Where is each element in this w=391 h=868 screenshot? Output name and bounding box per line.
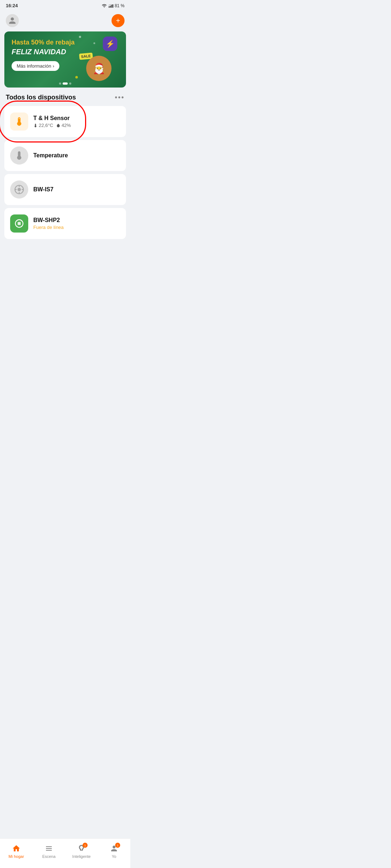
more-options-icon[interactable]: ••• bbox=[115, 93, 125, 102]
bw-is7-icon bbox=[10, 180, 28, 199]
device-card-th-sensor[interactable]: T & H Sensor 22,6°C 42% bbox=[4, 106, 126, 137]
status-time: 16:24 bbox=[6, 3, 18, 8]
status-icons: 81 % bbox=[95, 3, 125, 8]
device-card-bw-shp2[interactable]: BW-SHP2 Fuera de línea bbox=[4, 208, 126, 239]
th-sensor-info: T & H Sensor 22,6°C 42% bbox=[33, 115, 120, 128]
svg-point-5 bbox=[17, 188, 21, 191]
battery-level: 81 % bbox=[115, 3, 125, 8]
device-card-temperature[interactable]: Temperature bbox=[4, 140, 126, 171]
bw-shp2-info: BW-SHP2 Fuera de línea bbox=[33, 217, 120, 230]
banner-more-info-button[interactable]: Más información › bbox=[12, 61, 59, 71]
svg-rect-0 bbox=[109, 6, 109, 8]
bw-is7-info: BW-IS7 bbox=[33, 186, 120, 193]
svg-rect-2 bbox=[111, 5, 112, 8]
device-card-bw-is7[interactable]: BW-IS7 bbox=[4, 174, 126, 205]
bluetooth-icon bbox=[95, 3, 100, 8]
svg-rect-1 bbox=[110, 5, 110, 8]
svg-rect-3 bbox=[112, 4, 113, 7]
devices-header: Todos los dispositivos ••• bbox=[4, 93, 126, 102]
devices-title: Todos los dispositivos bbox=[6, 94, 76, 101]
signal-icon bbox=[108, 3, 113, 8]
thermometer-icon bbox=[10, 112, 28, 131]
th-sensor-name: T & H Sensor bbox=[33, 115, 120, 122]
dot3 bbox=[69, 82, 71, 85]
bw-shp2-status: Fuera de línea bbox=[33, 225, 120, 230]
top-bar: + bbox=[0, 11, 130, 31]
lightning-icon: ⚡ bbox=[103, 37, 117, 51]
devices-section: Todos los dispositivos ••• T & H Sensor … bbox=[0, 93, 130, 239]
temperature-reading: 22,6°C bbox=[33, 123, 53, 128]
bw-shp2-name: BW-SHP2 bbox=[33, 217, 120, 224]
banner-dots bbox=[59, 82, 71, 85]
promo-banner[interactable]: Hasta 50% de rebaja FELIZ NAVIDAD Más in… bbox=[4, 31, 126, 88]
status-bar: 16:24 81 % bbox=[0, 0, 130, 11]
bw-shp2-icon bbox=[10, 214, 28, 233]
temperature-device-icon bbox=[10, 146, 28, 165]
profile-icon[interactable] bbox=[6, 14, 19, 27]
dot1 bbox=[59, 82, 61, 85]
banner-decoration: ⚡ SALE 🎅 bbox=[72, 31, 122, 88]
th-sensor-stats: 22,6°C 42% bbox=[33, 123, 120, 128]
dot2 bbox=[63, 82, 68, 85]
temperature-device-info: Temperature bbox=[33, 152, 120, 159]
temperature-device-name: Temperature bbox=[33, 152, 120, 159]
humidity-reading: 42% bbox=[56, 123, 71, 128]
add-device-button[interactable]: + bbox=[112, 14, 125, 27]
bw-is7-name: BW-IS7 bbox=[33, 186, 120, 193]
wifi-icon bbox=[102, 3, 107, 8]
santa-icon: 🎅 bbox=[86, 56, 112, 81]
